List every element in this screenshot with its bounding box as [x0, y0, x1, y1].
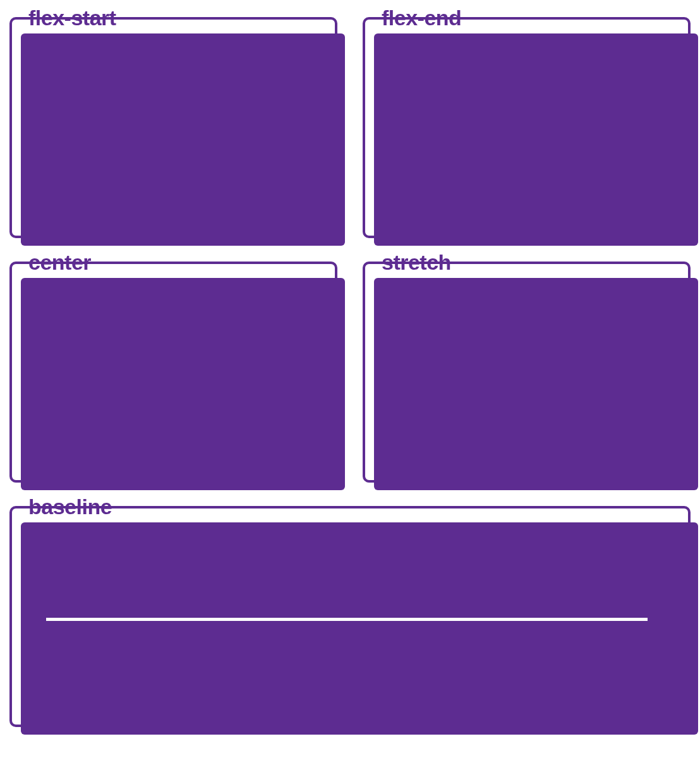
- example-flex-start: flex-start: [9, 9, 337, 238]
- example-baseline: baseline: [9, 498, 691, 727]
- content-box: [374, 33, 698, 246]
- container-outline: [9, 506, 691, 727]
- container-outline: [363, 17, 691, 238]
- label-stretch: stretch: [382, 250, 451, 275]
- label-flex-end: flex-end: [382, 6, 461, 30]
- example-center: center: [9, 254, 337, 483]
- example-flex-end: flex-end: [363, 9, 691, 238]
- content-box: [21, 33, 345, 246]
- container-outline: [9, 17, 337, 238]
- example-stretch: stretch: [363, 254, 691, 483]
- label-center: center: [28, 250, 91, 275]
- content-box: [21, 522, 698, 735]
- label-flex-start: flex-start: [28, 6, 116, 30]
- container-outline: [363, 262, 691, 483]
- diagram-grid: flex-start flex-end center stretch basel…: [9, 9, 691, 727]
- baseline-indicator-line: [46, 618, 648, 621]
- content-box: [21, 278, 345, 490]
- label-baseline: baseline: [28, 495, 112, 519]
- container-outline: [9, 262, 337, 483]
- content-box: [374, 278, 698, 490]
